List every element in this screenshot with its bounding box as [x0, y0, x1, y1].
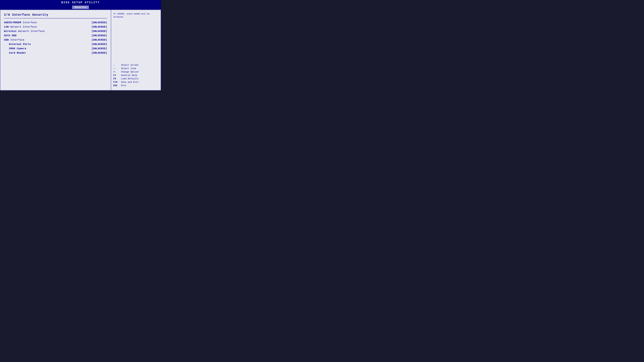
interface-value-audio: [UNLOCKED]: [92, 21, 107, 24]
interface-name-card: Card Reader: [9, 52, 26, 54]
key-help: ← Select Screen ↑↓ Select Item +- Change…: [113, 64, 158, 88]
list-item[interactable]: External Ports [UNLOCKED]: [4, 43, 107, 46]
list-item[interactable]: AUDIO/MODEM Interface [UNLOCKED]: [4, 21, 107, 24]
left-panel: I/O Interface Security AUDIO/MODEM Inter…: [0, 10, 111, 90]
interface-name-camera: CMOS Camera: [9, 47, 26, 50]
key-row-f9: F9 Load Defaults: [113, 78, 158, 80]
key-desc-select-screen: Select Screen: [121, 64, 138, 66]
divider: [4, 18, 107, 19]
interface-name-lan: LAN Network Interface: [4, 26, 37, 28]
key-desc-change-option: Change Option: [121, 71, 138, 73]
list-item[interactable]: SATA ODD [UNLOCKED]: [4, 34, 107, 37]
list-item[interactable]: Wireless Network Interface [UNLOCKED]: [4, 30, 107, 33]
interface-value-card: [UNLOCKED]: [92, 52, 107, 54]
bios-title: BIOS SETUP UTILITY: [0, 0, 161, 5]
key-arrow-left: ←: [113, 64, 120, 66]
key-f1: F1: [113, 74, 120, 77]
key-desc-f9: Load Defaults: [121, 78, 138, 80]
key-row-change-option: +- Change Option: [113, 71, 158, 73]
key-row-f1: F1 General Help: [113, 74, 158, 77]
interface-name-sata: SATA ODD: [4, 34, 16, 37]
right-panel: If LOCKED, audio modem will be disabled.…: [111, 10, 161, 90]
list-item[interactable]: CMOS Camera [UNLOCKED]: [4, 47, 107, 50]
interface-value-external: [UNLOCKED]: [92, 43, 107, 46]
interface-name-wireless: Wireless Network Interface: [4, 30, 45, 33]
key-plusminus: +-: [113, 71, 120, 73]
interface-value-sata: [UNLOCKED]: [92, 34, 107, 37]
tab-bar: Security: [0, 5, 161, 10]
key-row-select-screen: ← Select Screen: [113, 64, 158, 66]
interface-list: AUDIO/MODEM Interface [UNLOCKED] LAN Net…: [4, 21, 107, 54]
key-desc-f1: General Help: [121, 74, 137, 77]
list-item[interactable]: Card Reader [UNLOCKED]: [4, 52, 107, 54]
key-desc-f10: Save and Exit: [121, 81, 138, 83]
interface-value-lan: [UNLOCKED]: [92, 26, 107, 28]
interface-name-audio: AUDIO/MODEM Interface: [4, 21, 37, 24]
interface-value-wireless: [UNLOCKED]: [92, 30, 107, 33]
tab-security[interactable]: Security: [72, 6, 89, 9]
interface-name-usb: USB Interface: [4, 39, 24, 41]
interface-value-usb: [UNLOCKED]: [92, 39, 107, 41]
key-row-select-item: ↑↓ Select Item: [113, 67, 158, 70]
interface-value-camera: [UNLOCKED]: [92, 47, 107, 50]
key-esc: ESC: [113, 84, 120, 87]
key-desc-esc: Exit: [121, 84, 126, 87]
key-f9: F9: [113, 78, 120, 80]
list-item[interactable]: LAN Network Interface [UNLOCKED]: [4, 26, 107, 28]
key-row-f10: F10 Save and Exit: [113, 81, 158, 83]
key-updown: ↑↓: [113, 67, 120, 70]
key-desc-select-item: Select Item: [121, 67, 136, 70]
interface-name-external: External Ports: [9, 43, 31, 46]
key-f10: F10: [113, 81, 120, 83]
list-item[interactable]: USB Interface [UNLOCKED]: [4, 39, 107, 41]
section-title: I/O Interface Security: [4, 13, 107, 17]
main-content: I/O Interface Security AUDIO/MODEM Inter…: [0, 10, 161, 91]
help-text: If LOCKED, audio modem will be disabled.: [113, 13, 158, 19]
key-row-esc: ESC Exit: [113, 84, 158, 87]
bios-screen: BIOS SETUP UTILITY Security I/O Interfac…: [0, 0, 161, 91]
